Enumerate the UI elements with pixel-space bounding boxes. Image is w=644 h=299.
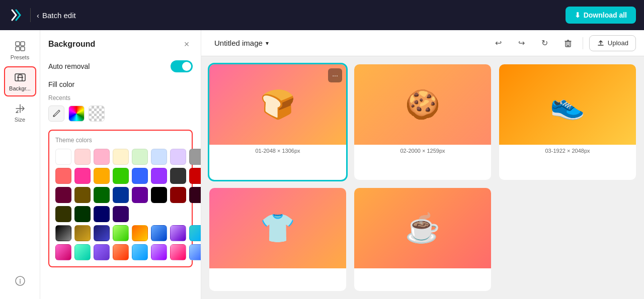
redo-icon: ↪: [518, 38, 525, 48]
gradient-color-swatch[interactable]: [113, 244, 129, 260]
fill-color-label: Fill color: [48, 80, 193, 88]
theme-color-swatch[interactable]: [189, 149, 201, 165]
download-icon: ⬇: [575, 11, 581, 19]
gradient-color-swatch[interactable]: [74, 244, 91, 260]
gradient-color-swatch[interactable]: [113, 225, 129, 241]
theme-color-swatch[interactable]: [74, 149, 91, 165]
image-card[interactable]: 👕: [209, 188, 346, 291]
upload-label: Upload: [608, 39, 628, 47]
auto-removal-label: Auto removal: [48, 62, 90, 70]
theme-color-swatch[interactable]: [94, 187, 110, 203]
image-thumbnail: 👟: [499, 64, 636, 145]
gradient-color-swatch[interactable]: [151, 225, 167, 241]
theme-color-swatch[interactable]: [189, 168, 201, 184]
back-button[interactable]: ‹ Batch edit: [37, 11, 76, 20]
theme-color-swatch[interactable]: [132, 149, 148, 165]
theme-color-swatch[interactable]: [94, 206, 110, 222]
theme-color-swatch[interactable]: [55, 187, 71, 203]
theme-color-swatch[interactable]: [170, 149, 186, 165]
theme-color-swatch[interactable]: [74, 187, 91, 203]
gradient-swatch[interactable]: [68, 106, 85, 122]
sidebar-bottom: [4, 129, 36, 299]
svg-rect-1: [21, 42, 25, 46]
theme-color-swatch[interactable]: [170, 187, 186, 203]
close-button[interactable]: ×: [181, 38, 193, 50]
theme-color-swatch[interactable]: [151, 149, 167, 165]
theme-color-swatch[interactable]: [151, 187, 167, 203]
delete-button[interactable]: [559, 35, 577, 52]
canvas-toolbar: Untitled image ▾ ↩ ↪ ↻: [201, 30, 644, 56]
theme-color-swatch[interactable]: [94, 149, 110, 165]
theme-color-swatch[interactable]: [94, 168, 110, 184]
theme-color-swatch[interactable]: [55, 149, 71, 165]
theme-color-swatch[interactable]: [132, 168, 148, 184]
image-card[interactable]: 👟03-1922 × 2048px: [499, 64, 636, 180]
gradient-color-swatch[interactable]: [55, 244, 71, 260]
transparent-swatch[interactable]: [89, 106, 105, 122]
sidebar-item-size[interactable]: Size: [4, 98, 36, 127]
sidebar-item-presets[interactable]: Presets: [4, 36, 36, 64]
background-label: Backgr...: [9, 85, 31, 91]
image-title-text: Untitled image: [214, 39, 263, 47]
theme-color-swatch[interactable]: [74, 168, 91, 184]
image-thumbnail: ☕: [354, 188, 491, 268]
theme-color-swatch[interactable]: [55, 206, 71, 222]
image-more-button[interactable]: ···: [328, 68, 342, 82]
gradient-color-swatch[interactable]: [94, 244, 110, 260]
svg-rect-0: [16, 42, 20, 46]
image-title-button[interactable]: Untitled image ▾: [209, 36, 274, 50]
image-card[interactable]: 🍪02-2000 × 1259px: [354, 64, 491, 180]
theme-color-swatch[interactable]: [55, 168, 71, 184]
sidebar: Presets Backgr... Size: [0, 30, 40, 299]
rotate-button[interactable]: ↻: [536, 35, 553, 52]
gradient-color-swatch[interactable]: [151, 244, 167, 260]
theme-color-swatch[interactable]: [170, 168, 186, 184]
download-all-button[interactable]: ⬇ Download all: [566, 7, 636, 24]
svg-point-7: [20, 279, 21, 280]
sidebar-item-background[interactable]: Backgr...: [4, 66, 36, 96]
gradient-color-swatch[interactable]: [94, 225, 110, 241]
hint-icon: [14, 275, 26, 287]
image-grid: 🍞···01-2048 × 1306px🍪02-2000 × 1259px👟03…: [201, 56, 644, 299]
image-label: 01-2048 × 1306px: [209, 145, 346, 157]
background-panel: Background × Auto removal Fill color Rec…: [40, 30, 201, 299]
main-layout: Presets Backgr... Size: [0, 30, 644, 299]
gradient-color-swatch[interactable]: [189, 244, 201, 260]
panel-title: Background: [48, 40, 95, 49]
gradient-color-swatch[interactable]: [74, 225, 91, 241]
theme-color-swatch[interactable]: [113, 206, 129, 222]
gradient-color-swatch[interactable]: [170, 225, 186, 241]
redo-button[interactable]: ↪: [513, 35, 530, 52]
auto-removal-toggle[interactable]: [171, 60, 193, 72]
theme-color-swatch[interactable]: [189, 187, 201, 203]
theme-color-swatch[interactable]: [74, 206, 91, 222]
gradient-color-swatch[interactable]: [189, 225, 201, 241]
image-label: 02-2000 × 1259px: [354, 145, 491, 157]
gradient-color-swatch[interactable]: [132, 225, 148, 241]
undo-icon: ↩: [495, 38, 502, 48]
gradient-color-swatch[interactable]: [55, 225, 71, 241]
background-icon: [14, 71, 26, 83]
theme-color-swatch[interactable]: [113, 149, 129, 165]
svg-point-9: [53, 116, 55, 117]
trash-icon: [564, 39, 573, 48]
image-card[interactable]: ☕: [354, 188, 491, 291]
undo-button[interactable]: ↩: [490, 35, 507, 52]
size-icon: [14, 103, 26, 115]
svg-rect-3: [21, 47, 25, 51]
image-card[interactable]: 🍞···01-2048 × 1306px: [209, 64, 346, 180]
image-thumbnail: 🍪: [354, 64, 491, 145]
gradient-color-swatch[interactable]: [170, 244, 186, 260]
toolbar-divider: [583, 37, 583, 49]
download-label: Download all: [584, 11, 627, 19]
gradient-color-swatch[interactable]: [132, 244, 148, 260]
eyedropper-swatch[interactable]: [48, 106, 64, 122]
auto-removal-row: Auto removal: [48, 60, 193, 72]
hint-button[interactable]: [4, 271, 36, 291]
theme-color-swatch[interactable]: [113, 187, 129, 203]
theme-color-swatch[interactable]: [113, 168, 129, 184]
theme-color-swatch[interactable]: [132, 187, 148, 203]
upload-button[interactable]: Upload: [589, 35, 636, 51]
app-logo[interactable]: [8, 7, 24, 23]
theme-color-swatch[interactable]: [151, 168, 167, 184]
